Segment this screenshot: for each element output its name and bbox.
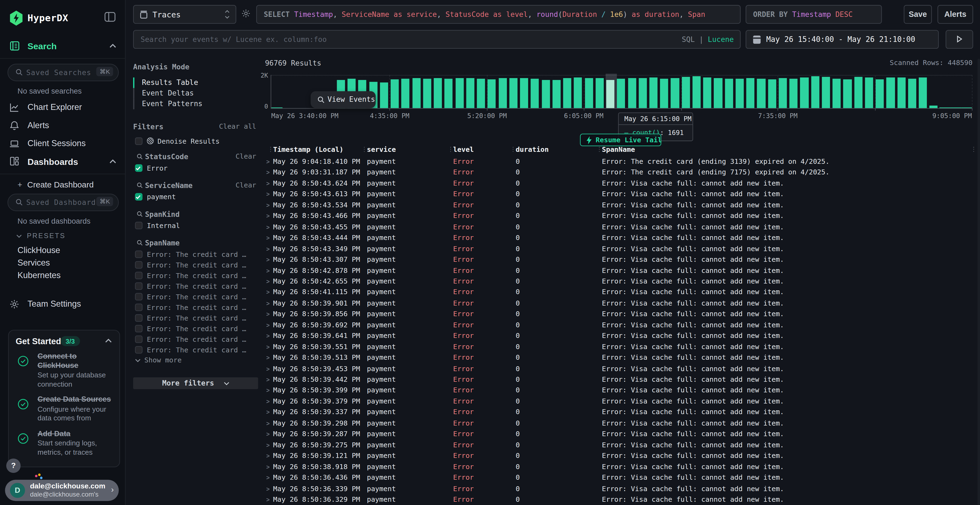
histogram-bar[interactable] <box>531 79 539 108</box>
table-row[interactable]: >May 26 8:50:39.337 PMpaymentError0Error… <box>265 407 977 418</box>
histogram-bar[interactable] <box>585 78 593 108</box>
save-button[interactable]: Save <box>904 5 932 24</box>
row-expand-chevron-icon[interactable]: > <box>266 309 269 320</box>
histogram-bar[interactable] <box>401 79 410 108</box>
histogram-bar[interactable] <box>628 78 636 108</box>
table-row[interactable]: >May 26 8:50:39.399 PMpaymentError0Error… <box>265 385 977 396</box>
column-resize-handle[interactable]: ⋮ <box>510 146 515 152</box>
saved-searches-input[interactable]: Saved Searches ⌘K <box>8 64 119 81</box>
row-expand-chevron-icon[interactable]: > <box>266 320 269 330</box>
histogram-bar[interactable] <box>908 79 916 108</box>
row-expand-chevron-icon[interactable]: > <box>266 472 269 483</box>
table-row[interactable]: >May 26 9:03:31.187 PMpaymentError0Error… <box>265 167 977 178</box>
histogram-bar[interactable] <box>649 77 657 108</box>
row-expand-chevron-icon[interactable]: > <box>266 418 269 429</box>
table-row[interactable]: >May 26 8:50:43.466 PMpaymentError0Error… <box>265 211 977 221</box>
unchecked-checkbox[interactable] <box>135 272 143 279</box>
table-row[interactable]: >May 26 8:50:39.551 PMpaymentError0Error… <box>265 341 977 353</box>
column-header-timestamp-local-[interactable]: Timestamp (Local) <box>273 146 344 154</box>
row-expand-chevron-icon[interactable]: > <box>266 221 269 232</box>
histogram-bar[interactable] <box>380 82 388 108</box>
user-account-chip[interactable]: D dale@clickhouse.com dale@clickhouse.co… <box>5 480 119 501</box>
unchecked-checkbox[interactable] <box>135 314 143 322</box>
histogram-bar[interactable] <box>779 78 787 108</box>
table-row[interactable]: >May 26 8:50:39.298 PMpaymentError0Error… <box>265 418 977 429</box>
unchecked-checkbox[interactable] <box>135 346 143 354</box>
histogram-bar[interactable] <box>961 107 972 108</box>
histogram-bar[interactable] <box>843 80 851 108</box>
sidebar-item-client-sessions[interactable]: Client Sessions <box>0 137 125 153</box>
histogram-bar[interactable] <box>563 78 571 108</box>
histogram-bar[interactable] <box>714 78 722 108</box>
table-row[interactable]: >May 26 8:50:39.901 PMpaymentError0Error… <box>265 298 977 309</box>
row-expand-chevron-icon[interactable]: > <box>266 353 269 363</box>
histogram-bar[interactable] <box>498 78 507 108</box>
row-expand-chevron-icon[interactable]: > <box>266 276 269 287</box>
unchecked-checkbox[interactable] <box>135 283 143 290</box>
histogram-bar[interactable] <box>897 77 905 108</box>
histogram-bar[interactable] <box>391 79 399 108</box>
histogram-bar[interactable] <box>876 79 884 108</box>
unchecked-checkbox[interactable] <box>135 261 143 269</box>
table-row[interactable]: >May 26 8:50:36.339 PMpaymentError0Error… <box>265 483 977 494</box>
view-events-button[interactable]: View Events <box>310 91 375 108</box>
row-expand-chevron-icon[interactable]: > <box>266 440 269 451</box>
table-row[interactable]: >May 26 8:50:39.692 PMpaymentError0Error… <box>265 320 977 330</box>
saved-dashboards-input[interactable]: Saved Dashboards ⌘K <box>8 194 119 211</box>
row-expand-chevron-icon[interactable]: > <box>266 156 269 167</box>
sql-select-input[interactable]: SELECT Timestamp, ServiceName as service… <box>256 5 740 24</box>
row-expand-chevron-icon[interactable]: > <box>266 429 269 440</box>
row-expand-chevron-icon[interactable]: > <box>266 462 269 472</box>
table-row[interactable]: >May 26 8:50:43.444 PMpaymentError0Error… <box>265 232 977 243</box>
column-header-level[interactable]: level <box>453 146 474 154</box>
row-expand-chevron-icon[interactable]: > <box>266 265 269 276</box>
row-expand-chevron-icon[interactable]: > <box>266 287 269 298</box>
clear-filter-link[interactable]: Clear <box>235 181 256 189</box>
collapse-sidebar-icon[interactable] <box>104 12 115 22</box>
column-resize-handle[interactable]: ⋮ <box>596 146 602 152</box>
sidebar-item-chart-explorer[interactable]: Chart Explorer <box>0 101 125 117</box>
create-dashboard-button[interactable]: +Create Dashboard <box>18 180 94 189</box>
sidebar-item-search[interactable]: Search <box>0 39 125 57</box>
unchecked-checkbox[interactable] <box>135 293 143 301</box>
analysis-mode-option[interactable]: Event Patterns <box>133 99 258 110</box>
table-row[interactable]: >May 26 8:50:43.349 PMpaymentError0Error… <box>265 243 977 254</box>
histogram-bar[interactable] <box>520 78 528 108</box>
row-expand-chevron-icon[interactable]: > <box>266 178 269 189</box>
table-row[interactable]: >May 26 8:50:42.655 PMpaymentError0Error… <box>265 276 977 287</box>
checked-checkbox[interactable] <box>135 193 143 200</box>
table-row[interactable]: >May 26 9:04:18.410 PMpaymentError0Error… <box>265 156 977 167</box>
histogram-bar[interactable] <box>671 78 679 108</box>
histogram-bar[interactable] <box>595 78 603 108</box>
get-started-item[interactable]: Create Data SourcesConfigure where your … <box>9 395 119 422</box>
row-expand-chevron-icon[interactable]: > <box>266 407 269 418</box>
histogram-bar[interactable] <box>445 78 453 108</box>
histogram-bar[interactable] <box>692 76 701 108</box>
row-expand-chevron-icon[interactable]: > <box>266 232 269 243</box>
sidebar-item-preset-kubernetes[interactable]: Kubernetes <box>18 270 61 280</box>
clear-filter-link[interactable]: Clear <box>235 152 256 160</box>
row-expand-chevron-icon[interactable]: > <box>266 298 269 309</box>
row-expand-chevron-icon[interactable]: > <box>266 374 269 385</box>
histogram-bar[interactable] <box>509 78 517 108</box>
chevron-up-icon[interactable] <box>110 44 116 48</box>
table-row[interactable]: >May 26 8:50:43.455 PMpaymentError0Error… <box>265 221 977 232</box>
query-language-toggle[interactable]: SQL | Lucene <box>682 35 734 44</box>
table-row[interactable]: >May 26 8:50:43.307 PMpaymentError0Error… <box>265 254 977 265</box>
histogram-bar[interactable] <box>768 79 776 108</box>
resume-live-tail-button[interactable]: Resume Live Tail <box>580 133 661 146</box>
time-range-picker[interactable]: May 26 15:40:00 - May 26 21:10:00 <box>746 30 939 49</box>
histogram-bar[interactable] <box>919 78 927 108</box>
chevron-up-icon[interactable] <box>105 338 112 343</box>
sql-mode-label[interactable]: SQL <box>682 35 695 44</box>
get-started-item[interactable]: Add DataStart sending logs, metrics, or … <box>9 429 119 457</box>
source-select[interactable]: Traces <box>133 5 236 24</box>
analysis-mode-option[interactable]: Results Table <box>133 78 258 88</box>
table-row[interactable]: >May 26 8:50:39.121 PMpaymentError0Error… <box>265 451 977 462</box>
histogram-bar-selected[interactable] <box>606 80 614 108</box>
histogram-bar[interactable] <box>552 80 560 108</box>
row-expand-chevron-icon[interactable]: > <box>266 211 269 221</box>
histogram-bar[interactable] <box>617 79 625 108</box>
chart-plot-area[interactable] <box>271 75 972 108</box>
table-row[interactable]: >May 26 8:50:39.513 PMpaymentError0Error… <box>265 353 977 363</box>
